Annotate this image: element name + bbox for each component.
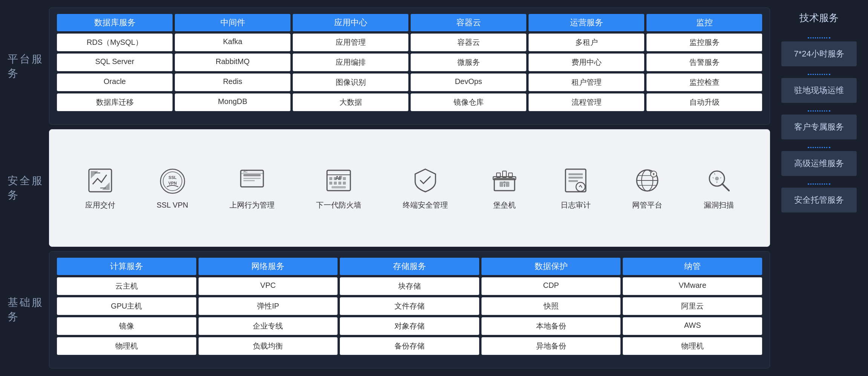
security-item-label: 下一代防火墙 (316, 200, 361, 210)
svg-line-50 (722, 184, 729, 191)
platform-data-cell: 容器云 (411, 34, 526, 51)
tech-service-row: 高级运维服务 (770, 145, 868, 182)
security-item: 网管平台 (632, 165, 662, 210)
svg-rect-37 (568, 173, 583, 175)
tech-service-item: 7*24小时服务 (781, 41, 857, 66)
platform-header-row: 数据库服务中间件应用中心容器云运营服务监控 (57, 14, 762, 31)
security-item-label: 应用交付 (85, 200, 115, 210)
base-header-cell: 数据保护 (481, 258, 621, 275)
svg-text:AC: AC (243, 170, 248, 173)
base-data-cell: AWS (623, 317, 762, 335)
svg-rect-19 (334, 177, 337, 180)
svg-rect-21 (343, 177, 346, 180)
security-item: AF 下一代防火墙 (316, 165, 361, 210)
base-data-row: 云主机VPC块存储CDPVMware (57, 277, 762, 295)
base-data-cell: 镜像 (57, 317, 196, 335)
security-item-label: SSL VPN (157, 201, 188, 209)
svg-text:SSL: SSL (168, 175, 177, 180)
tech-service-item: 高级运维服务 (781, 151, 857, 176)
security-item-label: 日志审计 (561, 200, 591, 210)
platform-grid: 数据库服务中间件应用中心容器云运营服务监控 RDS（MySQL）Kafka应用管… (57, 14, 762, 111)
base-section: 基础服务 计算服务网络服务存储服务数据保护纳管 云主机VPC块存储CDPVMwa… (8, 251, 770, 368)
tech-service-row: 7*24小时服务 (770, 36, 868, 72)
svg-point-51 (715, 177, 719, 180)
svg-rect-12 (243, 180, 255, 181)
base-data-cell: 块存储 (340, 277, 479, 295)
web-behavior-icon: AC (237, 165, 267, 196)
svg-marker-1 (91, 171, 98, 179)
platform-header-cell: 中间件 (175, 14, 290, 31)
base-data-cell: 快照 (481, 297, 621, 315)
security-body: 应用交付 SSL VPN SSL VPN AC 上网行为管理 AF 下一代防火墙… (49, 129, 770, 246)
svg-rect-26 (332, 186, 346, 188)
svg-rect-38 (568, 177, 583, 179)
security-item: 应用交付 (85, 165, 115, 210)
base-label: 基础服务 (8, 251, 49, 368)
base-header-row: 计算服务网络服务存储服务数据保护纳管 (57, 258, 762, 275)
base-data-cell: 负载均衡 (199, 337, 338, 355)
dotted-connector (808, 74, 830, 75)
base-header-cell: 存储服务 (340, 258, 479, 275)
base-data-cell: 文件存储 (340, 297, 479, 315)
dotted-connector (808, 147, 830, 148)
svg-rect-11 (243, 178, 261, 179)
endpoint-security-icon (410, 165, 440, 196)
platform-data-cell: 图像识别 (293, 73, 408, 91)
bastion-icon (489, 165, 520, 196)
app-delivery-icon (85, 165, 115, 196)
tech-service-row: 客户专属服务 (770, 109, 868, 145)
platform-data-cell: 租户管理 (529, 73, 644, 91)
base-data-cell: VPC (199, 277, 338, 295)
base-header-cell: 纳管 (623, 258, 762, 275)
platform-data-cell: 微服务 (411, 53, 526, 71)
security-item-label: 网管平台 (632, 200, 662, 210)
platform-label: 平台服务 (8, 8, 49, 125)
base-data-cell: 企业专线 (199, 317, 338, 335)
platform-data-cell: Oracle (57, 73, 173, 91)
svg-point-35 (503, 181, 506, 183)
base-data-cell: 物理机 (57, 337, 196, 355)
platform-section: 平台服务 数据库服务中间件应用中心容器云运营服务监控 RDS（MySQL）Kaf… (8, 8, 770, 125)
platform-data-cell: 应用编排 (293, 53, 408, 71)
platform-data-cell: DevOps (411, 73, 526, 91)
security-item: SSL VPN SSL VPN (157, 166, 188, 209)
dotted-connector (808, 110, 830, 112)
dotted-connector (808, 37, 830, 38)
base-data-cell: 备份存储 (340, 337, 479, 355)
security-item: 终端安全管理 (403, 165, 448, 210)
platform-data-cell: 大数据 (293, 93, 408, 111)
security-item-label: 上网行为管理 (229, 200, 275, 210)
platform-data-cell: 应用管理 (293, 34, 408, 51)
platform-data-cell: 监控检查 (646, 73, 762, 91)
base-data-row: 镜像企业专线对象存储本地备份AWS (57, 317, 762, 335)
security-item: 堡垒机 (489, 165, 520, 210)
platform-data-cell: MongDB (175, 93, 290, 111)
svg-rect-25 (343, 182, 346, 185)
security-label: 安全服务 (8, 129, 49, 246)
platform-data-row: OracleRedis图像识别DevOps租户管理监控检查 (57, 73, 762, 91)
base-data-cell: 弹性IP (199, 297, 338, 315)
ssl-vpn-icon: SSL VPN (157, 166, 188, 196)
base-data-cell: GPU主机 (57, 297, 196, 315)
tech-service-item: 驻地现场运维 (781, 78, 857, 103)
platform-data-row: 数据库迁移MongDB大数据镜像仓库流程管理自动升级 (57, 93, 762, 111)
base-grid: 计算服务网络服务存储服务数据保护纳管 云主机VPC块存储CDPVMwareGPU… (57, 258, 762, 355)
platform-data-cell: 监控服务 (646, 34, 762, 51)
security-item: 日志审计 (561, 165, 591, 210)
security-item-label: 堡垒机 (493, 200, 516, 210)
tech-service-row: 驻地现场运维 (770, 72, 868, 109)
security-item: 漏洞扫描 (704, 165, 734, 210)
network-mgmt-icon (632, 165, 662, 196)
platform-data-cell: 多租户 (529, 34, 644, 51)
platform-data-cell: RabbitMQ (175, 53, 290, 71)
svg-rect-20 (338, 177, 341, 180)
svg-rect-39 (568, 180, 578, 182)
svg-rect-18 (329, 177, 332, 180)
platform-body: 数据库服务中间件应用中心容器云运营服务监控 RDS（MySQL）Kafka应用管… (49, 8, 770, 125)
security-item: AC 上网行为管理 (229, 165, 275, 210)
svg-text:VPN: VPN (168, 181, 177, 185)
security-section: 安全服务 应用交付 SSL VPN SSL VPN AC 上网行为管理 AF (8, 129, 770, 246)
base-data-cell: 异地备份 (481, 337, 621, 355)
base-data-row: GPU主机弹性IP文件存储快照阿里云 (57, 297, 762, 315)
svg-rect-10 (243, 174, 261, 176)
